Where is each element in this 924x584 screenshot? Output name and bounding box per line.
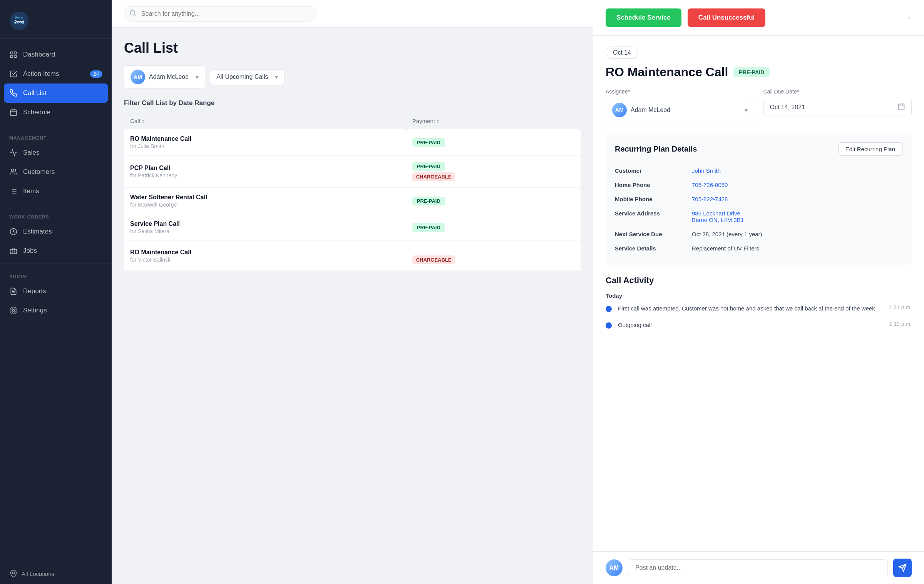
call-list-filters: AM Adam McLeod ▾ All Upcoming Calls ▾ bbox=[124, 65, 581, 88]
phone-icon bbox=[9, 89, 18, 97]
svg-rect-19 bbox=[10, 249, 17, 254]
admin-section-label: ADMIN bbox=[0, 267, 112, 282]
call-for: for Victor Salinski bbox=[130, 257, 400, 263]
send-icon bbox=[898, 564, 907, 572]
recurring-row: Customer John Smith bbox=[615, 164, 902, 178]
recurring-value: 986 Lockhart DriveBarrie ON, L4M 3B1 bbox=[692, 210, 744, 223]
recurring-val: Oct 28, 2021 (every 1 year) bbox=[692, 231, 762, 237]
assignee-label: Assignee* bbox=[606, 88, 754, 95]
recurring-value: 705-726-8060 bbox=[692, 182, 728, 188]
activity-item: Outgoing call 1:19 p.m. bbox=[606, 321, 912, 330]
send-update-button[interactable] bbox=[893, 559, 912, 577]
recurring-key: Home Phone bbox=[615, 182, 692, 188]
topbar bbox=[112, 0, 593, 28]
recurring-value: Oct 28, 2021 (every 1 year) bbox=[692, 231, 762, 237]
call-list-table: Call ↕ Payment ↕ RO Maintenance Call for… bbox=[124, 113, 581, 271]
payment-badge-chargeable: CHARGEABLE bbox=[412, 172, 455, 181]
calls-filter-dropdown[interactable]: All Upcoming Calls ▾ bbox=[210, 69, 285, 85]
recurring-key: Service Address bbox=[615, 210, 692, 223]
recurring-value: Replacement of UV Filters bbox=[692, 245, 759, 252]
sidebar-item-label: Sales bbox=[23, 149, 40, 157]
logo-area: Water Depot bbox=[0, 0, 112, 39]
all-locations-item[interactable]: All Locations bbox=[0, 563, 112, 584]
sidebar-item-label: Settings bbox=[23, 307, 47, 314]
logo-icon: Water Depot bbox=[9, 11, 29, 31]
chevron-down-icon: ▾ bbox=[745, 107, 748, 114]
sidebar-item-reports[interactable]: Reports bbox=[0, 282, 112, 301]
sidebar-item-schedule[interactable]: Schedule bbox=[0, 103, 112, 122]
sidebar-item-action-items[interactable]: Action Items 24 bbox=[0, 64, 112, 83]
panel-title-row: RO Maintenance Call PRE-PAID bbox=[606, 65, 912, 79]
action-items-badge: 24 bbox=[90, 70, 102, 78]
panel-next-arrow[interactable]: → bbox=[903, 13, 912, 23]
call-name: RO Maintenance Call bbox=[130, 249, 400, 256]
table-row[interactable]: Water Softener Rental Call for Maxwell G… bbox=[124, 188, 581, 214]
date-badge: Oct 14 bbox=[606, 47, 638, 59]
recurring-value: John Smith bbox=[692, 167, 721, 174]
sidebar-item-sales[interactable]: Sales bbox=[0, 143, 112, 162]
sidebar-item-label: Items bbox=[23, 187, 39, 195]
payment-badge: PRE-PAID bbox=[412, 197, 445, 205]
call-for: for Salina Mitera bbox=[130, 228, 400, 234]
search-input[interactable] bbox=[124, 6, 316, 22]
svg-point-23 bbox=[13, 572, 15, 574]
activity-text: Outgoing call bbox=[618, 321, 883, 330]
recurring-key: Next Service Due bbox=[615, 231, 692, 237]
activity-item: First call was attempted. Customer was n… bbox=[606, 304, 912, 313]
svg-point-24 bbox=[130, 10, 135, 15]
sidebar-item-items[interactable]: Items bbox=[0, 182, 112, 201]
activity-dot bbox=[606, 322, 612, 329]
call-unsuccessful-button[interactable]: Call Unsuccessful bbox=[688, 8, 765, 27]
recurring-val-link[interactable]: Barrie ON, L4M 3B1 bbox=[692, 217, 744, 223]
dashboard-icon bbox=[9, 50, 18, 59]
assignee-avatar: AM bbox=[612, 103, 627, 117]
filter-person-label: Adam McLeod bbox=[149, 73, 189, 80]
recurring-key: Mobile Phone bbox=[615, 196, 692, 202]
work-orders-section-label: WORK ORDERS bbox=[0, 207, 112, 222]
sidebar-item-label: Schedule bbox=[23, 108, 50, 116]
table-row[interactable]: RO Maintenance Call for Victor Salinski … bbox=[124, 241, 581, 271]
payment-badge: PRE-PAID bbox=[412, 162, 445, 171]
schedule-service-button[interactable]: Schedule Service bbox=[606, 8, 681, 27]
filter-calls-label: All Upcoming Calls bbox=[216, 73, 268, 80]
main-content: Call List AM Adam McLeod ▾ All Upcoming … bbox=[112, 0, 593, 584]
due-date-picker[interactable]: Oct 14, 2021 bbox=[763, 98, 912, 117]
sidebar-item-settings[interactable]: Settings bbox=[0, 301, 112, 320]
assignee-dropdown[interactable]: AM Adam McLeod ▾ bbox=[606, 98, 754, 122]
col-call: Call ↕ bbox=[124, 113, 406, 129]
sidebar-item-estimates[interactable]: Estimates bbox=[0, 222, 112, 241]
due-date-value: Oct 14, 2021 bbox=[770, 104, 805, 111]
table-row[interactable]: Service Plan Call for Salina Mitera PRE-… bbox=[124, 214, 581, 241]
recurring-val-link[interactable]: John Smith bbox=[692, 167, 721, 174]
customers-icon bbox=[9, 168, 18, 176]
call-name: Water Softener Rental Call bbox=[130, 194, 400, 201]
call-list-title: Call List bbox=[124, 40, 581, 56]
call-activity-title: Call Activity bbox=[606, 275, 912, 285]
call-list-area: Call List AM Adam McLeod ▾ All Upcoming … bbox=[112, 28, 593, 584]
table-row[interactable]: PCP Plan Call for Patrick Kennedy PRE-PA… bbox=[124, 156, 581, 188]
recurring-plan-header: Recurring Plan Details Edit Recurring Pl… bbox=[615, 142, 902, 156]
recurring-val-link[interactable]: 986 Lockhart Drive bbox=[692, 210, 740, 217]
table-row[interactable]: RO Maintenance Call for Julia Smith PRE-… bbox=[124, 129, 581, 156]
edit-recurring-plan-button[interactable]: Edit Recurring Plan bbox=[838, 142, 902, 156]
post-update-input[interactable] bbox=[628, 559, 888, 576]
activity-date-label: Today bbox=[606, 292, 912, 299]
call-name: RO Maintenance Call bbox=[130, 135, 400, 142]
right-panel: Schedule Service Call Unsuccessful → Oct… bbox=[593, 0, 924, 584]
due-date-label: Call Due Date* bbox=[763, 88, 912, 95]
sidebar-item-call-list[interactable]: Call List bbox=[4, 83, 108, 103]
sidebar-item-label: Customers bbox=[23, 168, 55, 176]
recurring-val-link[interactable]: 705-726-8060 bbox=[692, 182, 728, 188]
chevron-down-icon: ▾ bbox=[275, 73, 278, 81]
person-filter-dropdown[interactable]: AM Adam McLeod ▾ bbox=[124, 65, 205, 88]
sidebar-item-jobs[interactable]: Jobs bbox=[0, 241, 112, 260]
recurring-val-link[interactable]: 705-822-7428 bbox=[692, 196, 728, 202]
sidebar-item-dashboard[interactable]: Dashboard bbox=[0, 45, 112, 64]
sidebar-item-label: Reports bbox=[23, 287, 46, 295]
assignee-value: Adam McLeod bbox=[631, 107, 670, 113]
sidebar-item-customers[interactable]: Customers bbox=[0, 162, 112, 182]
post-update-bar: AM bbox=[593, 551, 924, 584]
recurring-plan-box: Recurring Plan Details Edit Recurring Pl… bbox=[606, 133, 912, 265]
prepaid-badge: PRE-PAID bbox=[733, 67, 770, 77]
svg-rect-7 bbox=[11, 110, 17, 115]
